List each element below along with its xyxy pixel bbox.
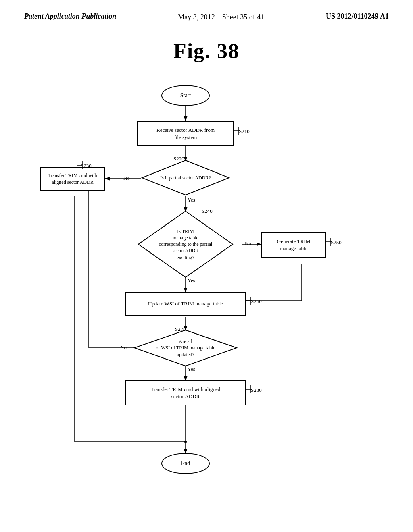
s270-label: S270 [175,326,186,332]
end-node: End [161,453,210,474]
s280-node: Transfer TRIM cmd with alignedsector ADD… [125,380,246,405]
s260-tick [246,297,254,305]
publication-label: Patent Application Publication [24,11,116,21]
yes-s270-label: Yes [188,366,195,372]
start-node: Start [161,85,210,106]
no-s270-label: No [120,344,127,351]
s210-node: Receive sector ADDR fromfile system [137,121,234,146]
patent-number: US 2012/0110249 A1 [326,11,389,21]
s250-node: Generate TRIMmanage table [261,232,326,258]
s280-tick [246,385,254,393]
s220-node: Is it partial sector ADDR? [141,160,230,196]
s210-tick [234,127,242,135]
sheet-text: Sheet 35 of 41 [222,13,264,21]
s240-node: Is TRIMmanage tablecorresponding to the … [137,210,234,278]
figure-title: Fig. 38 [0,39,413,63]
yes-s240-label: Yes [188,277,195,284]
s230-node: Transfer TRIM cmd withaligned sector ADD… [40,167,105,191]
s260-node: Update WSI of TRIM manage table [125,292,246,316]
s270-node: Are allof WSI of TRIM manage tableupdate… [133,329,238,367]
flowchart-diagram: Start Receive sector ADDR fromfile syste… [0,67,413,526]
no-s240-label: No [245,240,251,247]
no-s220-label: No [123,175,130,181]
date-text: May 3, 2012 [178,13,215,21]
s250-tick [326,238,334,246]
svg-point-9 [184,441,187,443]
sheet-info: May 3, 2012 Sheet 35 of 41 [178,11,264,23]
yes-s220-label: Yes [188,197,195,203]
s220-label: S220 [173,156,184,162]
s240-label: S240 [202,208,213,214]
s230-tick [77,161,86,169]
page-header: Patent Application Publication May 3, 20… [0,0,413,23]
